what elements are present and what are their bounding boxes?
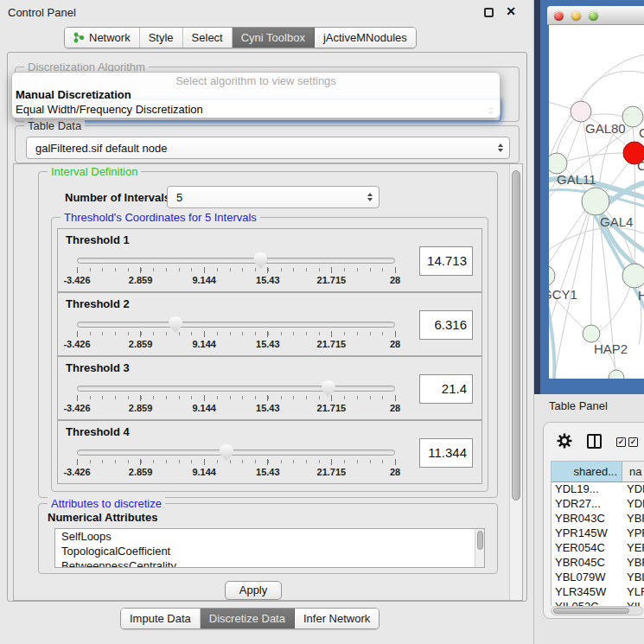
table-panel-title: Table Panel bbox=[549, 399, 608, 412]
tab-jactivemnodules[interactable]: jActiveMNodules bbox=[315, 28, 416, 48]
numerical-attributes-list[interactable]: SelfLoopsTopologicalCoefficientBetweenne… bbox=[54, 528, 485, 568]
close-icon[interactable]: ✕ bbox=[506, 4, 516, 18]
tab-style[interactable]: Style bbox=[140, 28, 183, 48]
network-window-titlebar[interactable] bbox=[547, 6, 644, 25]
threshold-label: Threshold 4 bbox=[66, 425, 130, 438]
column-header-name[interactable]: na bbox=[622, 462, 644, 481]
tab-label: Cyni Toolbox bbox=[241, 31, 305, 44]
cell-shared-name[interactable]: YBR045C bbox=[552, 556, 622, 571]
slider-thumb[interactable] bbox=[253, 252, 267, 269]
table-row[interactable]: YER054CYER0 bbox=[552, 541, 644, 556]
table-row[interactable]: YPR145WYPR1 bbox=[552, 526, 644, 541]
slider-major-tick bbox=[331, 459, 332, 465]
settings-vertical-scrollbar[interactable] bbox=[509, 164, 522, 600]
slider-track[interactable] bbox=[77, 322, 395, 328]
slider-thumb[interactable] bbox=[220, 444, 233, 461]
cell-name[interactable]: YDR2 bbox=[622, 497, 644, 512]
algorithm-popup-item[interactable]: Manual Discretization bbox=[12, 87, 500, 102]
gear-icon[interactable] bbox=[556, 432, 573, 450]
algorithm-popup-placeholder[interactable]: Select algorithm to view settings bbox=[12, 73, 500, 87]
table-row[interactable]: YBR045CYBR0 bbox=[552, 556, 644, 571]
table-data-combobox[interactable]: galFiltered.sif default node bbox=[26, 137, 510, 159]
algorithm-popup-item[interactable]: Equal Width/Frequency Discretization bbox=[12, 102, 500, 117]
slider-track[interactable] bbox=[77, 450, 395, 456]
table-row[interactable]: YLR345WYLR3 bbox=[552, 585, 644, 600]
cell-shared-name[interactable]: YBR043C bbox=[552, 512, 622, 526]
tab-select[interactable]: Select bbox=[183, 28, 233, 48]
threshold-value-field[interactable]: 6.316 bbox=[419, 310, 473, 340]
table-row[interactable]: YDR27...YDR2 bbox=[552, 497, 644, 512]
cell-name[interactable]: YPR1 bbox=[622, 526, 644, 541]
threshold-label: Threshold 1 bbox=[66, 233, 130, 246]
slider-major-tick bbox=[77, 267, 78, 273]
tab-cyni-toolbox[interactable]: Cyni Toolbox bbox=[233, 28, 315, 48]
thresholds-group: Threshold's Coordinates for 5 Intervals … bbox=[51, 217, 488, 492]
scrollbar-thumb[interactable] bbox=[512, 170, 520, 501]
number-of-intervals-combobox[interactable]: 5 bbox=[167, 186, 379, 208]
attributes-list-scrollbar[interactable] bbox=[475, 529, 484, 567]
node-gal11[interactable] bbox=[549, 153, 567, 174]
close-traffic-light-icon[interactable] bbox=[554, 11, 564, 21]
apply-button[interactable]: Apply bbox=[225, 581, 282, 600]
tab-infer-network[interactable]: Infer Network bbox=[295, 609, 379, 628]
cell-name[interactable]: YDL1 bbox=[622, 482, 644, 497]
zoom-traffic-light-icon[interactable] bbox=[589, 11, 598, 21]
tab-discretize-data[interactable]: Discretize Data bbox=[201, 609, 295, 628]
cell-name[interactable]: YER0 bbox=[622, 541, 644, 556]
cell-shared-name[interactable]: YDR27... bbox=[552, 497, 622, 512]
threshold-slider[interactable]: -3.4262.8599.14415.4321.71528 bbox=[77, 316, 395, 354]
table-row[interactable]: YDL19...YDL1 bbox=[552, 482, 644, 497]
checkbox-icon[interactable]: ✓ bbox=[616, 437, 626, 447]
node-gal4[interactable] bbox=[582, 188, 609, 215]
threshold-value-field[interactable]: 11.344 bbox=[419, 438, 473, 468]
table-row[interactable]: YBR043CYBR0 bbox=[552, 512, 644, 526]
scrollbar-thumb[interactable] bbox=[477, 531, 483, 550]
cell-shared-name[interactable]: YBL079W bbox=[552, 571, 622, 585]
node-gal80[interactable] bbox=[571, 101, 591, 122]
slider-track[interactable] bbox=[77, 386, 395, 392]
node-gcy1[interactable] bbox=[549, 265, 555, 286]
cell-shared-name[interactable]: YDL19... bbox=[552, 482, 622, 497]
threshold-slider[interactable]: -3.4262.8599.14415.4321.71528 bbox=[77, 252, 395, 290]
cell-name[interactable]: YIL0 bbox=[622, 600, 644, 606]
cell-name[interactable]: YLR3 bbox=[622, 585, 644, 600]
cell-name[interactable]: YBR0 bbox=[622, 512, 644, 526]
threshold-slider[interactable]: -3.4262.8599.14415.4321.71528 bbox=[77, 443, 395, 481]
node-hap2[interactable] bbox=[583, 325, 600, 342]
minimize-traffic-light-icon[interactable] bbox=[571, 11, 581, 21]
threshold-value-field[interactable]: 21.4 bbox=[419, 374, 473, 404]
number-of-intervals-label: Number of Intervals bbox=[65, 191, 170, 204]
cell-shared-name[interactable]: YER054C bbox=[552, 541, 622, 556]
table-row[interactable]: YIL052CYIL0 bbox=[552, 600, 644, 606]
tab-impute-data[interactable]: Impute Data bbox=[121, 609, 201, 628]
threshold-slider[interactable]: -3.4262.8599.14415.4321.71528 bbox=[77, 379, 395, 418]
table-header: shared... na bbox=[552, 462, 644, 482]
node-right-h[interactable] bbox=[622, 264, 644, 288]
cell-shared-name[interactable]: YPR145W bbox=[552, 526, 622, 541]
tab-network[interactable]: Network bbox=[65, 28, 140, 48]
slider-track[interactable] bbox=[77, 258, 395, 264]
slider-tick-label: 15.43 bbox=[256, 339, 280, 349]
checkbox-icon[interactable]: ✓ bbox=[628, 437, 638, 447]
table-row[interactable]: YBL079WYBL0 bbox=[552, 571, 644, 585]
threshold-value-field[interactable]: 14.713 bbox=[419, 246, 473, 276]
table-horizontal-scrollbar[interactable] bbox=[551, 606, 643, 615]
slider-thumb[interactable] bbox=[169, 316, 182, 333]
cell-name[interactable]: YBR0 bbox=[622, 556, 644, 571]
network-view-window[interactable]: GAL80GACGAL11GAL4GCY1HHAP2 bbox=[540, 0, 644, 394]
attribute-list-item[interactable]: BetweennessCentrality bbox=[55, 558, 484, 568]
cell-shared-name[interactable]: YIL052C bbox=[552, 600, 622, 606]
attribute-list-item[interactable]: TopologicalCoefficient bbox=[55, 544, 484, 558]
cell-shared-name[interactable]: YLR345W bbox=[552, 585, 622, 600]
float-window-icon[interactable] bbox=[484, 8, 494, 17]
cell-name[interactable]: YBL0 bbox=[622, 571, 644, 585]
slider-thumb[interactable] bbox=[322, 380, 335, 397]
node-bottom-partial[interactable] bbox=[609, 370, 624, 379]
column-layout-icon[interactable] bbox=[587, 434, 602, 449]
scrollbar-thumb[interactable] bbox=[553, 608, 629, 614]
slider-tick-label: -3.426 bbox=[63, 403, 90, 413]
network-canvas[interactable]: GAL80GACGAL11GAL4GCY1HHAP2 bbox=[549, 25, 644, 379]
attribute-list-item[interactable]: SelfLoops bbox=[55, 529, 484, 544]
slider-minor-ticks bbox=[77, 332, 395, 335]
column-header-shared-name[interactable]: shared... bbox=[552, 462, 622, 481]
